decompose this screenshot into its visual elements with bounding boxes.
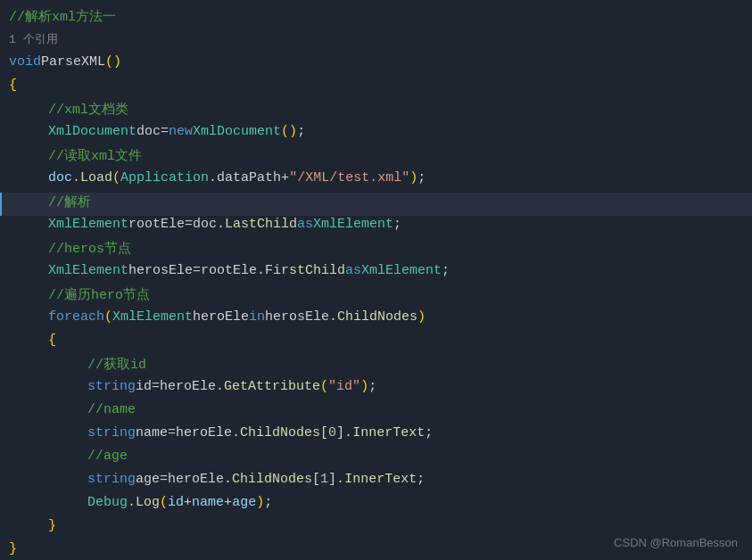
method-token: InnerText bbox=[344, 472, 417, 487]
var-token: name bbox=[192, 495, 224, 510]
white-token: ; bbox=[417, 472, 425, 487]
white-token: age bbox=[136, 472, 160, 487]
white-token: ; bbox=[425, 425, 433, 441]
code-line: //获取id bbox=[0, 355, 752, 378]
comment-token: //age bbox=[87, 449, 128, 464]
keyword-token: in bbox=[249, 309, 265, 325]
paren-token: ( bbox=[104, 309, 112, 325]
white-token: ; bbox=[368, 379, 376, 394]
method-token: ChildNodes bbox=[232, 472, 312, 487]
code-line: string id = heroEle.GetAttribute("id"); bbox=[0, 378, 752, 401]
code-line: XmlDocument doc = new XmlDocument(); bbox=[0, 123, 752, 146]
comment-token: //解析xml方法一 bbox=[9, 8, 116, 25]
method-token: ChildNodes bbox=[240, 425, 320, 441]
paren-token: () bbox=[105, 54, 121, 70]
type-token: XmlElement bbox=[48, 263, 128, 278]
white-token: ]. bbox=[328, 472, 344, 487]
method-token: LastChild bbox=[225, 217, 297, 232]
comment-token: //读取xml文件 bbox=[48, 147, 142, 164]
code-line: void ParseXML() bbox=[0, 54, 752, 77]
comment-token: //解析 bbox=[48, 194, 91, 210]
code-line: //name bbox=[0, 401, 752, 424]
type-token: Application bbox=[120, 170, 209, 185]
white-token: heroEle. bbox=[168, 472, 232, 487]
paren-token: { bbox=[9, 78, 17, 93]
code-line: string age = heroEle.ChildNodes[1].Inner… bbox=[0, 471, 752, 494]
paren-token: ) bbox=[360, 379, 368, 394]
method-token: Load bbox=[80, 170, 112, 185]
paren-token: { bbox=[48, 333, 56, 348]
code-line: { bbox=[0, 332, 752, 355]
white-token: ]. bbox=[336, 425, 352, 441]
white-token: heroEle. bbox=[160, 379, 224, 394]
var-token: doc bbox=[48, 170, 72, 185]
paren-token: } bbox=[9, 541, 17, 556]
white-token: ; bbox=[393, 217, 401, 232]
paren-token: ( bbox=[160, 495, 168, 510]
white-token: ; bbox=[442, 263, 450, 278]
white-token: rootEle bbox=[128, 217, 185, 232]
code-line: //解析 bbox=[0, 193, 752, 216]
white-token: heroEle. bbox=[176, 425, 240, 441]
operator-token: + bbox=[184, 495, 192, 510]
comment-token: //获取id bbox=[87, 356, 146, 373]
type-token: XmlDocument bbox=[193, 124, 281, 139]
white-token: herosEle. bbox=[265, 309, 337, 325]
paren-token: ( bbox=[112, 170, 120, 185]
paren-token: ( bbox=[320, 379, 328, 394]
keyword-token: string bbox=[87, 425, 136, 441]
operator-token: = bbox=[152, 379, 160, 394]
paren-token: } bbox=[48, 518, 56, 533]
comment-token: //name bbox=[87, 402, 136, 417]
keyword-token: void bbox=[9, 54, 41, 70]
string-token: "id" bbox=[328, 379, 360, 394]
type-token: XmlElement bbox=[361, 263, 442, 278]
type-token: Debug bbox=[87, 495, 128, 510]
code-line: string name = heroEle.ChildNodes[0].Inne… bbox=[0, 424, 752, 448]
white-token: id bbox=[136, 379, 152, 394]
white-token: [ bbox=[312, 472, 320, 487]
method-token: GetAttribute bbox=[224, 379, 320, 394]
comment-token: //xml文档类 bbox=[48, 101, 128, 118]
type-token: XmlElement bbox=[313, 217, 393, 232]
operator-token: = bbox=[185, 217, 193, 232]
var-token: age bbox=[232, 495, 256, 510]
operator-token: = bbox=[161, 124, 169, 139]
white-token: ; bbox=[264, 495, 272, 510]
keyword-token: as bbox=[345, 263, 361, 278]
code-line: foreach (XmlElement heroEle in herosEle.… bbox=[0, 309, 752, 332]
keyword-token: new bbox=[169, 124, 193, 139]
code-line: //读取xml文件 bbox=[0, 146, 752, 169]
code-line: //heros节点 bbox=[0, 239, 752, 262]
code-line: Debug.Log(id + name + age); bbox=[0, 494, 752, 517]
var-token: id bbox=[168, 495, 184, 510]
type-token: XmlElement bbox=[112, 309, 193, 325]
code-line: XmlElement rootEle = doc.LastChild as Xm… bbox=[0, 216, 752, 239]
white-token: .dataPath bbox=[209, 170, 281, 185]
white-token: . bbox=[72, 170, 80, 185]
string-token: "/XML/test.xml" bbox=[289, 170, 409, 185]
white-token: name bbox=[136, 425, 168, 441]
keyword-token: string bbox=[87, 379, 136, 394]
code-line: { bbox=[0, 77, 752, 100]
operator-token: = bbox=[193, 263, 201, 278]
white-token: doc. bbox=[193, 217, 225, 232]
white-token: [ bbox=[320, 425, 328, 441]
white-token: ; bbox=[417, 170, 426, 185]
keyword-token: string bbox=[87, 472, 136, 487]
operator-token: = bbox=[168, 425, 176, 441]
number-token: 1 bbox=[320, 472, 328, 487]
keyword-token: as bbox=[297, 217, 313, 232]
code-editor: //解析xml方法一1 个引用void ParseXML(){//xml文档类X… bbox=[0, 0, 752, 560]
comment-token: //遍历hero节点 bbox=[48, 286, 150, 303]
operator-token: + bbox=[224, 495, 232, 510]
method-token: Log bbox=[136, 495, 160, 510]
watermark: CSDN @RomanBesson bbox=[614, 536, 738, 549]
code-line: //age bbox=[0, 448, 752, 471]
white-token: doc bbox=[136, 124, 161, 139]
keyword-token: foreach bbox=[48, 309, 104, 325]
operator-token: = bbox=[160, 472, 168, 487]
type-token: XmlElement bbox=[48, 217, 128, 232]
code-line: //解析xml方法一 bbox=[0, 7, 752, 30]
white-token: herosEle bbox=[128, 263, 193, 278]
